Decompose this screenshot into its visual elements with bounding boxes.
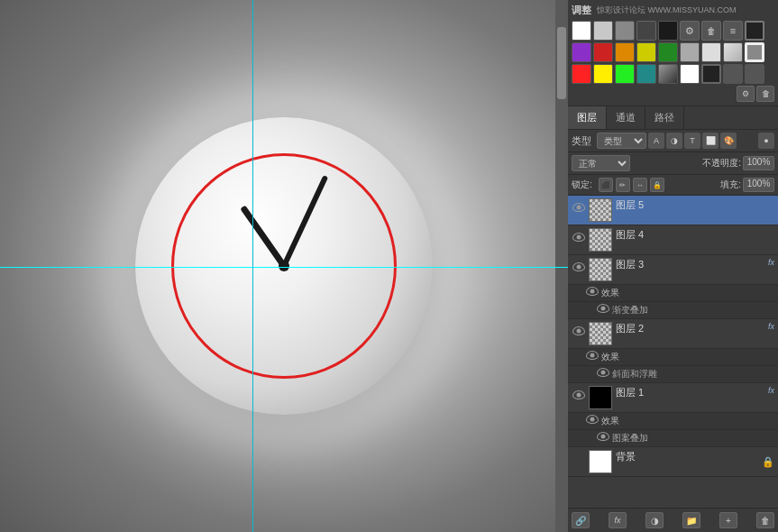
lb-fx-btn[interactable]: fx <box>609 512 627 528</box>
adj-btn-bright-red[interactable] <box>572 64 591 84</box>
adj-btn-icon2[interactable]: 🗑 <box>701 21 721 41</box>
adj-btn-bright-yellow[interactable] <box>593 64 613 84</box>
fill-value[interactable]: 100% <box>743 178 774 192</box>
adj-btn-dark2[interactable] <box>701 64 721 84</box>
tab-layers[interactable]: 图层 <box>568 106 607 129</box>
opacity-label: 不透明度: <box>702 157 741 170</box>
layer-item-2[interactable]: 图层 2 fx <box>568 319 778 349</box>
adjustments-grid: ⚙ 🗑 ≡ <box>572 21 774 41</box>
adj-btn-med2[interactable] <box>723 64 743 84</box>
adj-btn-black[interactable] <box>658 21 678 41</box>
adj-btn-purple[interactable] <box>572 42 591 62</box>
lock-btn-paint[interactable]: ✏ <box>616 178 630 192</box>
filter-type-select[interactable]: 类型 名称 效果 <box>597 133 646 149</box>
lb-new-btn[interactable]: + <box>719 512 737 528</box>
adj-btn-red[interactable] <box>593 42 613 62</box>
layer2-effect-row: 效果 <box>568 349 778 366</box>
layer3-eye[interactable] <box>572 260 586 274</box>
adj-btn-silver[interactable] <box>723 42 743 62</box>
layer2-bevel-label: 斜面和浮雕 <box>612 368 657 381</box>
clock-container <box>135 117 433 415</box>
lb-folder-btn[interactable]: 📁 <box>682 512 700 528</box>
adj-btn-teal[interactable] <box>636 64 656 84</box>
adj-bottom-row: ⚙ 🗑 <box>572 86 774 102</box>
adj-btn-darkgray[interactable] <box>636 21 656 41</box>
eye-icon-3grad <box>597 304 609 313</box>
adj-btn-med-gray[interactable] <box>680 42 700 62</box>
adj-small-btn1[interactable]: ⚙ <box>737 86 755 102</box>
opacity-value[interactable]: 100% <box>743 156 774 170</box>
canvas-scrollbar-thumb[interactable] <box>557 27 566 99</box>
adj-btn-inner[interactable] <box>745 42 764 62</box>
fill-row: 填充: 100% <box>720 178 774 192</box>
layer1-name: 图层 1 <box>616 386 766 399</box>
layer4-thumb <box>589 228 612 252</box>
adj-btn-bright-green[interactable] <box>615 64 635 84</box>
adjustments-grid-colors <box>572 42 774 62</box>
layers-panel: 图层 通道 路径 类型 类型 名称 效果 A ◑ T ⬜ 🎨 ● 正常 溶解 正… <box>568 106 778 532</box>
bg-eye[interactable] <box>572 452 586 466</box>
adj-btn-yellow[interactable] <box>636 42 656 62</box>
layers-lock-row: 锁定: ⬛ ✏ ↔ 🔒 填充: 100% <box>568 175 778 196</box>
layer-item-4[interactable]: 图层 4 <box>568 225 778 255</box>
layers-tabs: 图层 通道 路径 <box>568 106 778 130</box>
layer1-pattern-row: 图案叠加 <box>568 430 778 447</box>
adj-btn-white2[interactable] <box>680 64 700 84</box>
layer-item-background[interactable]: 背景 🔒 <box>568 447 778 477</box>
layer-item-3[interactable]: 图层 3 fx <box>568 255 778 285</box>
filter-icon4[interactable]: ⬜ <box>702 133 719 149</box>
adj-btn-gradient[interactable] <box>658 64 678 84</box>
blend-mode-select[interactable]: 正常 溶解 正片叠底 <box>572 155 630 171</box>
layer4-eye[interactable] <box>572 230 586 244</box>
lb-link-btn[interactable]: 🔗 <box>572 512 590 528</box>
filter-icon2[interactable]: ◑ <box>666 133 682 149</box>
layer2-effect-label: 效果 <box>601 351 619 363</box>
layers-list[interactable]: 图层 5 图层 4 图层 3 <box>568 196 778 508</box>
lb-delete-btn[interactable]: 🗑 <box>756 512 774 528</box>
filter-icon3[interactable]: T <box>684 133 700 149</box>
adj-btn-icon3[interactable]: ≡ <box>723 21 743 41</box>
adjustments-grid-row3 <box>572 64 774 84</box>
lock-btn-move[interactable]: ↔ <box>633 178 647 192</box>
layer1-info: 图层 1 <box>616 386 766 399</box>
adj-btn-lt-gray[interactable] <box>701 42 721 62</box>
filter-toggle[interactable]: ● <box>758 133 774 149</box>
tab-channels[interactable]: 通道 <box>607 106 645 129</box>
layer3-effect-eye[interactable] <box>586 287 599 299</box>
layer2-eye[interactable] <box>572 324 586 338</box>
canvas-scrollbar[interactable] <box>555 0 568 532</box>
eye-icon-1pattern <box>597 432 609 441</box>
adj-btn-lightgray[interactable] <box>593 21 613 41</box>
adj-small-btn2[interactable]: 🗑 <box>756 86 774 102</box>
adj-btn-green[interactable] <box>658 42 678 62</box>
layer3-grad-eye[interactable] <box>597 304 609 316</box>
adj-btn-med3[interactable] <box>745 64 764 84</box>
lock-label: 锁定: <box>572 179 592 191</box>
layer2-bevel-eye[interactable] <box>597 368 609 381</box>
lock-btn-pixels[interactable]: ⬛ <box>599 178 613 192</box>
adj-btn-gray[interactable] <box>615 21 635 41</box>
tab-paths[interactable]: 路径 <box>645 106 684 129</box>
layer5-thumb <box>589 198 612 222</box>
layer1-eye[interactable] <box>572 388 586 402</box>
eye-icon-1eff <box>586 415 599 424</box>
adj-btn-white[interactable] <box>572 21 591 41</box>
layer5-eye[interactable] <box>572 200 586 215</box>
layer1-effect-eye[interactable] <box>586 415 599 427</box>
layer4-info: 图层 4 <box>616 228 774 242</box>
adj-btn-orange[interactable] <box>615 42 635 62</box>
eye-icon-3 <box>572 262 585 271</box>
adj-btn-dark[interactable] <box>745 21 764 41</box>
watermark-text: 惊彩设计论坛 WWW.MISSYUAN.COM <box>597 5 737 16</box>
lb-adj-btn[interactable]: ◑ <box>645 512 664 528</box>
layer2-effect-eye[interactable] <box>586 351 599 363</box>
layer1-effect-label: 效果 <box>601 415 619 427</box>
lock-btn-all[interactable]: 🔒 <box>650 178 664 192</box>
layer1-pattern-eye[interactable] <box>597 432 609 445</box>
filter-icon5[interactable]: 🎨 <box>720 133 737 149</box>
adjustments-title: 调整 <box>572 4 591 17</box>
layer-item-5[interactable]: 图层 5 <box>568 196 778 225</box>
layer-item-1[interactable]: 图层 1 fx <box>568 383 778 413</box>
filter-icon1[interactable]: A <box>648 133 664 149</box>
adj-btn-icon1[interactable]: ⚙ <box>680 21 700 41</box>
